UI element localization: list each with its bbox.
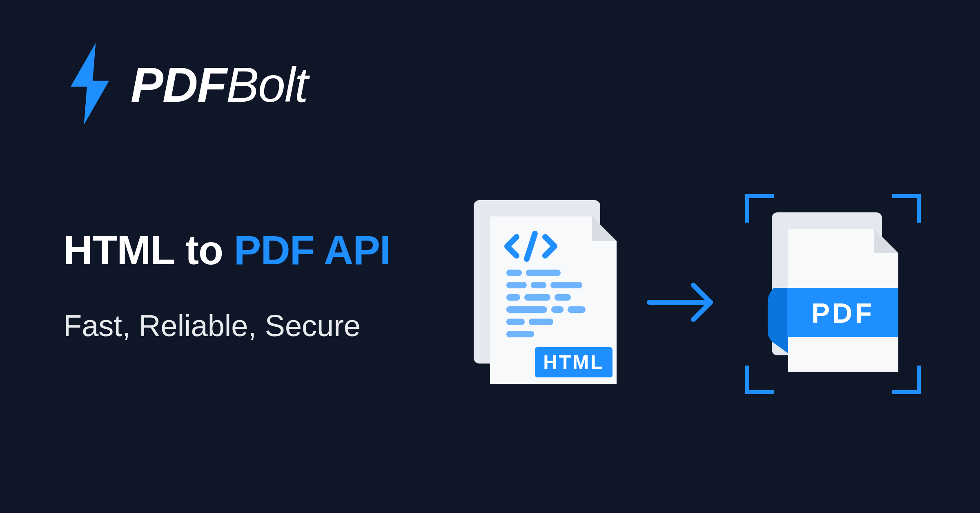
svg-rect-5 <box>550 282 582 288</box>
headline: HTML to PDF API <box>63 227 391 274</box>
svg-text:HTML: HTML <box>543 351 604 373</box>
svg-rect-3 <box>506 282 527 288</box>
brand-name-bold: PDF <box>131 57 226 112</box>
svg-rect-2 <box>526 270 561 276</box>
subline: Fast, Reliable, Secure <box>63 308 361 343</box>
brand-logo: PDFBolt <box>63 43 307 126</box>
svg-rect-1 <box>506 270 522 276</box>
brand-name-light: Bolt <box>226 57 307 112</box>
svg-rect-4 <box>531 282 546 288</box>
brand-name: PDFBolt <box>131 56 307 113</box>
svg-rect-10 <box>551 306 564 313</box>
headline-accent: PDF API <box>234 227 391 273</box>
svg-rect-8 <box>555 294 571 301</box>
svg-rect-14 <box>506 331 534 337</box>
svg-rect-7 <box>524 294 550 301</box>
svg-rect-13 <box>529 319 553 325</box>
headline-part1: HTML to <box>63 227 234 273</box>
html-file-icon: HTML <box>474 200 621 390</box>
svg-text:PDF: PDF <box>811 297 874 328</box>
svg-rect-11 <box>568 306 586 313</box>
pdf-file-icon: PDF <box>743 192 923 398</box>
arrow-right-icon <box>645 278 719 328</box>
conversion-graphic: HTML <box>474 192 923 398</box>
svg-rect-12 <box>506 319 525 325</box>
bolt-icon <box>63 43 116 126</box>
svg-rect-9 <box>506 306 547 313</box>
svg-rect-6 <box>506 294 520 301</box>
